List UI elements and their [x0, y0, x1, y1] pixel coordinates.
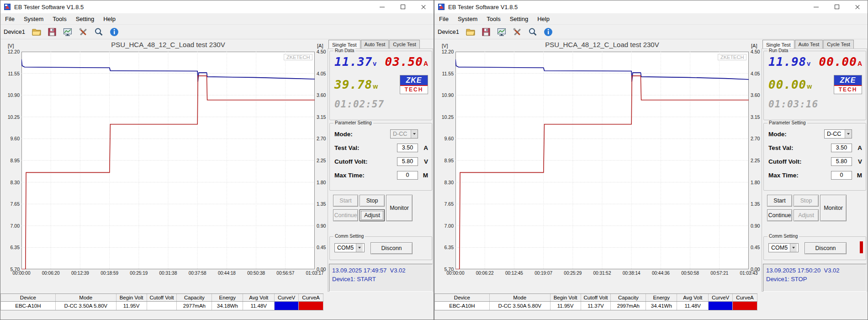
menu-item-file[interactable]: File — [434, 16, 453, 22]
comm-setting-label: Comm Setting — [333, 234, 365, 239]
power-unit: w — [373, 83, 378, 90]
mode-value: D-CC — [825, 131, 845, 137]
chevron-down-icon — [845, 130, 852, 138]
table-row[interactable]: EBC-A10H D-CC 3.50A 5.80V 11.95V 11.37V … — [434, 302, 757, 310]
com-port-select[interactable]: COM5 — [768, 243, 799, 252]
about-button[interactable] — [108, 26, 121, 38]
tab-single-test[interactable]: Single Test — [328, 40, 360, 48]
tab-cycle-test[interactable]: Cycle Test — [389, 40, 420, 48]
y-tick-left: 8.95 — [1, 158, 20, 163]
test-val-input[interactable]: 3.50 — [831, 144, 852, 152]
menu-item-help[interactable]: Help — [533, 16, 554, 22]
monitor-button[interactable]: Monitor — [820, 195, 847, 221]
cell-capacity: 2997mAh — [611, 302, 646, 310]
curve-a-swatch — [299, 302, 323, 310]
menu-item-file[interactable]: File — [0, 16, 19, 22]
mode-row: Mode: D-CC — [334, 129, 428, 139]
tools-button[interactable] — [511, 26, 524, 38]
zoom-button[interactable] — [93, 26, 105, 38]
max-time-label: Max Time: — [334, 172, 365, 179]
tools-button[interactable] — [77, 26, 90, 38]
maximize-icon — [835, 5, 839, 9]
graph-view-button[interactable] — [62, 26, 74, 38]
about-button[interactable] — [542, 26, 555, 38]
table-row[interactable]: EBC-A10H D-CC 3.50A 5.80V 11.95V 2977mAh… — [0, 302, 323, 310]
stop-button[interactable]: Stop — [794, 195, 819, 207]
cell-device: EBC-A10H — [1, 302, 56, 310]
elapsed-time-display: 01:03:16 — [768, 99, 818, 110]
tab-cycle-test[interactable]: Cycle Test — [823, 40, 854, 48]
power-unit: w — [807, 83, 812, 90]
menu-item-system[interactable]: System — [453, 16, 482, 22]
window-controls — [806, 0, 868, 13]
cell-cutoff-volt — [147, 302, 177, 310]
open-file-button[interactable] — [31, 26, 43, 38]
save-button[interactable] — [46, 26, 58, 38]
continue-button[interactable]: Continue — [767, 209, 792, 221]
tab-strip: Single Test Auto Test Cycle Test — [328, 40, 420, 48]
max-time-input[interactable]: 0 — [397, 171, 418, 180]
monitor-button[interactable]: Monitor — [386, 195, 413, 221]
close-button[interactable] — [413, 0, 434, 13]
zoom-button[interactable] — [527, 26, 539, 38]
x-tick: 00:56:57 — [271, 271, 300, 276]
watt-row: 39.78w ZKE TECH — [334, 75, 428, 94]
menu-item-system[interactable]: System — [19, 16, 48, 22]
volt-amp-row: 11.98v 00.00A — [768, 55, 862, 69]
test-val-label: Test Val: — [334, 144, 360, 151]
header-cell-mode: Mode — [490, 294, 550, 301]
disconn-button[interactable]: Disconn — [370, 242, 413, 254]
tab-single-test[interactable]: Single Test — [762, 40, 794, 48]
volt-axis-label: [V] — [8, 43, 14, 48]
mode-select[interactable]: D-CC — [824, 129, 852, 139]
open-file-button[interactable] — [465, 26, 477, 38]
cutoff-volt-input[interactable]: 5.80 — [831, 157, 852, 166]
x-tick: 00:50:38 — [242, 271, 271, 276]
test-val-row: Test Val: 3.50 A — [768, 143, 862, 153]
max-time-input[interactable]: 0 — [831, 171, 852, 180]
y-tick-left: 11.55 — [1, 71, 20, 76]
menu-item-setting[interactable]: Setting — [505, 16, 533, 22]
adjust-button[interactable]: Adjust — [360, 209, 385, 221]
disconn-button[interactable]: Disconn — [804, 242, 847, 254]
start-button[interactable]: Start — [767, 195, 792, 207]
mode-label: Mode: — [334, 131, 353, 138]
minimize-icon — [814, 7, 819, 7]
start-button[interactable]: Start — [333, 195, 358, 207]
mode-select[interactable]: D-CC — [390, 129, 418, 139]
com-port-select[interactable]: COM5 — [334, 243, 365, 252]
close-button[interactable] — [847, 0, 868, 13]
minimize-button[interactable] — [806, 0, 826, 13]
graph-view-button[interactable] — [496, 26, 508, 38]
continue-button[interactable]: Continue — [333, 209, 358, 221]
cutoff-volt-label: Cutoff Volt: — [334, 158, 367, 165]
x-tick: 01:03:17 — [300, 271, 329, 276]
cell-mode: D-CC 3.50A 5.80V — [56, 302, 116, 310]
menu-item-help[interactable]: Help — [99, 16, 120, 22]
maximize-button[interactable] — [392, 0, 413, 13]
minimize-button[interactable] — [372, 0, 392, 13]
menu-item-tools[interactable]: Tools — [48, 16, 71, 22]
maximize-button[interactable] — [826, 0, 847, 13]
test-val-input[interactable]: 3.50 — [397, 144, 418, 152]
test-val-row: Test Val: 3.50 A — [334, 143, 428, 153]
header-cell-avg-volt: Avg Volt — [677, 294, 709, 301]
zke-logo-top: ZKE — [834, 75, 862, 85]
tab-auto-test[interactable]: Auto Test — [795, 40, 823, 48]
menu-item-tools[interactable]: Tools — [482, 16, 505, 22]
x-tick: 00:25:19 — [124, 271, 153, 276]
cutoff-volt-unit: V — [855, 158, 862, 165]
stop-button[interactable]: Stop — [360, 195, 385, 207]
menu-item-setting[interactable]: Setting — [71, 16, 99, 22]
cell-curve-a — [733, 302, 757, 310]
maximize-icon — [401, 5, 405, 9]
current-display: 00.00 — [819, 55, 857, 69]
window-title: EB Tester Software V1.8.5 — [448, 4, 518, 11]
chevron-down-icon — [356, 244, 363, 252]
adjust-button[interactable]: Adjust — [794, 209, 819, 221]
tab-auto-test[interactable]: Auto Test — [361, 40, 389, 48]
y-tick-left: 12.20 — [435, 49, 454, 54]
window-controls — [372, 0, 434, 13]
save-button[interactable] — [480, 26, 492, 38]
cutoff-volt-input[interactable]: 5.80 — [397, 157, 418, 166]
